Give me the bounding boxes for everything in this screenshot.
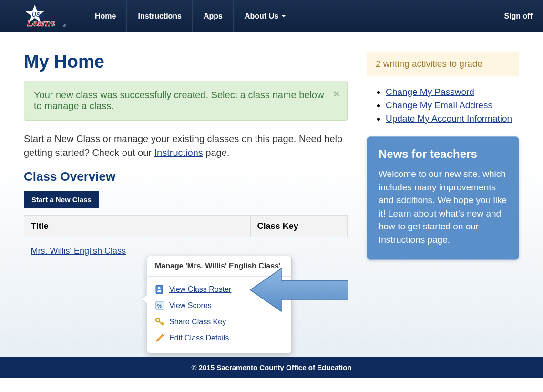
view-roster-link[interactable]: View Class Roster [169, 285, 231, 294]
nav-apps[interactable]: Apps [193, 0, 234, 32]
class-overview-heading: Class Overview [24, 169, 348, 184]
column-class-key: Class Key [250, 216, 347, 237]
callout-arrow-icon [248, 266, 353, 314]
footer: © 2015 Sacramento County Office of Educa… [0, 357, 543, 378]
close-icon[interactable]: × [333, 88, 339, 100]
instructions-link[interactable]: Instructions [154, 147, 203, 158]
view-scores-link[interactable]: View Scores [169, 301, 212, 310]
svg-text:%: % [157, 303, 162, 309]
logo-container: USA Learns ® [0, 0, 84, 32]
column-title: Title [24, 216, 251, 237]
start-new-class-button[interactable]: Start a New Class [24, 191, 99, 208]
popover-item-share[interactable]: Share Class Key [155, 314, 284, 330]
account-links-list: Change My Password Change My Email Addre… [367, 87, 519, 124]
list-item: Update My Account Information [386, 113, 519, 124]
nav-instructions[interactable]: Instructions [127, 0, 193, 32]
news-title: News for teachers [379, 147, 507, 161]
success-alert: Your new class was successfully created.… [24, 81, 348, 121]
svg-point-8 [156, 318, 160, 322]
page-title: My Home [24, 52, 348, 72]
nav-about-us[interactable]: About Us [234, 0, 297, 32]
svg-rect-4 [156, 285, 163, 294]
pencil-icon [155, 333, 164, 343]
chevron-down-icon [281, 15, 286, 17]
right-column: 2 writing activities to grade Change My … [367, 52, 519, 328]
edit-details-link[interactable]: Edit Class Details [169, 334, 229, 342]
change-password-link[interactable]: Change My Password [386, 87, 474, 97]
grading-notification[interactable]: 2 writing activities to grade [367, 52, 519, 76]
roster-icon [155, 285, 164, 294]
sign-off-link[interactable]: Sign off [493, 0, 543, 32]
nav-about-label: About Us [245, 12, 278, 21]
top-navbar: USA Learns ® Home Instructions Apps Abou… [0, 0, 543, 32]
list-item: Change My Email Address [386, 100, 519, 111]
change-email-link[interactable]: Change My Email Address [386, 100, 492, 110]
table-header-row: Title Class Key [24, 216, 348, 237]
popover-item-edit[interactable]: Edit Class Details [155, 330, 284, 346]
news-body: Welcome to our new site, which includes … [379, 167, 507, 246]
nav-links: Home Instructions Apps About Us [84, 0, 297, 32]
footer-link[interactable]: Sacramento County Office of Education [216, 363, 351, 371]
update-account-link[interactable]: Update My Account Information [386, 113, 512, 124]
share-key-link[interactable]: Share Class Key [169, 318, 226, 326]
nav-spacer [297, 0, 493, 32]
news-card: News for teachers Welcome to our new sit… [367, 136, 519, 260]
svg-text:Learns: Learns [27, 19, 55, 28]
svg-point-5 [158, 287, 161, 289]
alert-text: Your new class was successfully created.… [34, 90, 324, 111]
class-name-link[interactable]: Mrs. Willis' English Class [31, 246, 126, 256]
intro-text-2: page. [203, 147, 230, 158]
usa-learns-logo: USA Learns ® [16, 2, 68, 30]
list-item: Change My Password [386, 87, 519, 97]
nav-home[interactable]: Home [84, 0, 127, 32]
popover-arrow-icon [143, 294, 147, 304]
footer-copyright: © 2015 [191, 363, 216, 371]
content-area: My Home Your new class was successfully … [0, 32, 543, 357]
svg-text:USA: USA [32, 11, 44, 18]
intro-paragraph: Start a New Class or manage your existin… [24, 132, 348, 160]
scores-icon: % [155, 301, 164, 310]
svg-text:®: ® [63, 24, 66, 28]
key-icon [155, 317, 164, 327]
